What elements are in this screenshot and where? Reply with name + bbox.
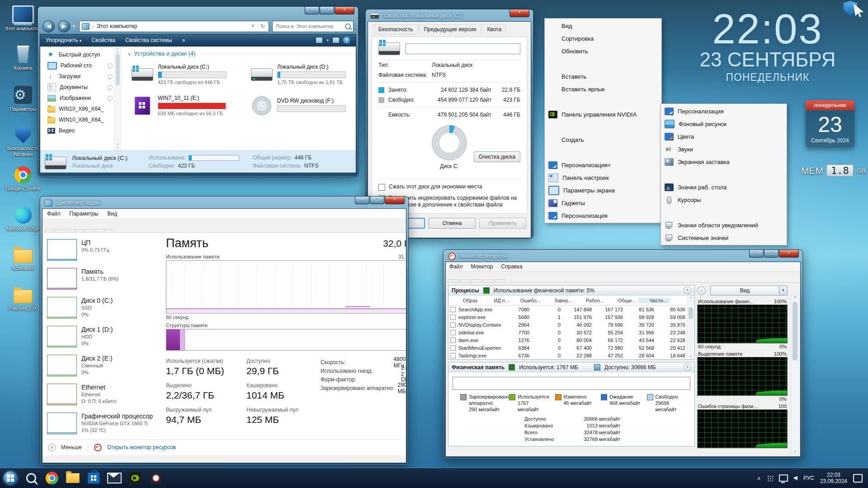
sidebar-item[interactable]: Рабочий сто — [40, 60, 121, 71]
menu-item[interactable]: Фоновый рисунок — [662, 117, 786, 130]
column-header[interactable]: Ошибо... — [512, 298, 543, 303]
tab[interactable] — [471, 279, 482, 282]
search-icon[interactable] — [345, 23, 351, 29]
minimize-button[interactable]: – — [305, 7, 319, 14]
process-table-scrollbar[interactable]: ∧∨ — [687, 296, 694, 359]
menu-item[interactable] — [546, 95, 660, 108]
sidebar-item[interactable]: WIN10_X86_X64_ — [40, 103, 121, 114]
performance-sidebar-item[interactable]: Диск 0 (C:) SSD 0% — [42, 293, 157, 322]
maximize-button[interactable]: ▢ — [764, 250, 778, 258]
calendar-gadget[interactable]: понедельник 23 Сентябрь 2024 — [806, 100, 854, 147]
tab[interactable] — [85, 229, 94, 232]
search-box[interactable] — [272, 21, 354, 32]
view-dropdown[interactable]: Вид ▼ — [710, 286, 788, 296]
menu-item[interactable]: Монитор — [471, 263, 493, 270]
properties-titlebar[interactable]: Свойства: Локальный диск (C:) × — [368, 9, 531, 21]
menu-item[interactable]: Вид — [546, 19, 660, 32]
close-button[interactable]: × — [509, 9, 529, 17]
tab[interactable]: Квота — [482, 24, 506, 34]
process-checkbox[interactable] — [450, 330, 456, 335]
process-checkbox[interactable] — [450, 307, 456, 312]
taskbar-app[interactable] — [42, 468, 62, 488]
view-tiles-icon[interactable] — [316, 37, 323, 43]
scrollbar-thumb[interactable] — [116, 54, 120, 85]
performance-sidebar-item[interactable]: Диск 2 (E:) Сменный 0% — [42, 351, 157, 380]
system-properties-button[interactable]: Свойства системы — [125, 37, 172, 43]
properties-button[interactable]: Свойства — [91, 37, 115, 43]
scroll-up-icon[interactable]: ∧∧ — [115, 47, 121, 54]
process-checkbox[interactable] — [450, 345, 456, 351]
memory-gadget[interactable]: MEM 1.8 GB — [801, 164, 866, 177]
open-resource-monitor-link[interactable]: Открыть монитор ресурсов — [107, 444, 176, 450]
tab[interactable] — [483, 279, 494, 282]
view-dropdown-icon[interactable]: ▾ — [326, 38, 329, 42]
process-checkbox[interactable] — [450, 353, 456, 358]
process-row[interactable]: Taskmgr.exe 6736 0 22 288 47 252 28 604 … — [448, 352, 688, 359]
menu-item[interactable] — [662, 206, 786, 219]
devices-section-header[interactable]: ∨Устройства и диски (4) — [127, 50, 354, 57]
menu-item[interactable]: Системные значки — [662, 231, 786, 244]
disk-cleanup-button[interactable]: Очистка диска — [474, 151, 520, 162]
column-header[interactable]: Частн... — [638, 298, 670, 303]
menu-item[interactable]: Файл — [47, 211, 61, 217]
tab[interactable]: Безопасность — [373, 24, 418, 34]
compress-checkbox-row[interactable]: Сжать этот диск для экономии места — [378, 183, 520, 191]
drive-tile[interactable]: WIN7_10_11 (E:) 638 МБ свободно из 56,3 … — [127, 92, 241, 119]
tray-chevron-icon[interactable]: ∧ — [757, 475, 761, 481]
menu-item[interactable]: Сортировка — [546, 32, 660, 45]
process-row[interactable]: StartMenuExperienceHost.exe 6384 0 67 40… — [448, 344, 688, 352]
compress-checkbox[interactable] — [378, 184, 385, 191]
history-dropdown-icon[interactable]: ▼ — [72, 24, 76, 28]
menu-item[interactable] — [546, 121, 660, 133]
menu-item[interactable] — [662, 168, 786, 181]
drive-tile[interactable]: Локальный диск (D:) 1,75 ТБ свободно из … — [247, 61, 356, 88]
taskbar-app[interactable] — [125, 468, 146, 488]
back-button[interactable]: ◀ — [42, 20, 55, 33]
close-button[interactable]: × — [335, 7, 354, 14]
menu-item[interactable]: Цвета — [662, 130, 786, 143]
volume-icon[interactable] — [794, 476, 797, 480]
tab[interactable]: Предыдущие версии — [419, 24, 481, 34]
drive-tile[interactable]: Локальный диск (C:) 423 ГБ свободно из 4… — [127, 61, 241, 88]
menu-item[interactable]: Вставить ярлык — [546, 83, 660, 95]
collapse-icon[interactable]: ∧ — [684, 363, 691, 371]
sidebar-item[interactable]: Изображени — [40, 93, 121, 103]
performance-sidebar-item[interactable]: Память 1,8/31,7 ГБ (6%) — [42, 264, 157, 293]
column-header[interactable]: Общи... — [607, 298, 638, 303]
tab[interactable] — [95, 229, 104, 232]
menu-item[interactable]: Гаджеты — [546, 197, 660, 209]
expand-icon[interactable]: › — [697, 286, 706, 295]
toolbar-more-button[interactable]: » — [182, 37, 185, 43]
minimize-button[interactable]: – — [749, 250, 764, 258]
sidebar-scrollbar[interactable]: ∧∧ ∨∨ — [114, 47, 121, 150]
menu-item[interactable]: Вставить — [546, 70, 660, 83]
taskbar-app[interactable] — [146, 468, 166, 488]
tab[interactable] — [448, 279, 458, 282]
collapse-icon[interactable]: ∧ — [684, 286, 691, 294]
column-header[interactable]: Образ — [448, 298, 480, 303]
maximize-button[interactable]: ▢ — [320, 7, 334, 14]
menu-item[interactable]: Панель управления NVIDIA — [546, 108, 660, 121]
close-button[interactable]: × — [385, 197, 405, 204]
resource-monitor-titlebar[interactable]: Монитор ресурсов – ▢ × — [445, 250, 801, 262]
menu-item[interactable]: Курсоры — [662, 193, 786, 206]
tab[interactable] — [495, 279, 505, 282]
minimize-button[interactable]: – — [355, 197, 369, 204]
sidebar-item[interactable]: Быстрый доступ — [40, 49, 121, 60]
physical-memory-header[interactable]: Физическая память Используется: 1767 МБ … — [448, 362, 694, 372]
column-header[interactable]: Рабоч... — [575, 298, 607, 303]
desktop-icon[interactable]: Activators — [3, 247, 43, 280]
tab[interactable] — [75, 229, 84, 232]
performance-sidebar-item[interactable]: Ethernet Ethernet О: 0 П: 0 кбит/с — [42, 380, 157, 409]
menu-item[interactable]: Персонализация — [662, 105, 786, 117]
search-input[interactable] — [275, 23, 345, 29]
column-header[interactable]: Завер... — [543, 298, 575, 303]
tab[interactable] — [55, 229, 64, 232]
performance-sidebar-item[interactable]: ЦП 0% 0,73 ГГц — [42, 235, 157, 264]
window-scrollbar[interactable]: ∧∨ — [791, 295, 799, 454]
tab[interactable] — [459, 279, 470, 282]
process-row[interactable]: explorer.exe 5680 1 151 976 157 936 98 9… — [448, 313, 688, 321]
menu-item[interactable]: Персонализация — [546, 209, 660, 222]
less-icon[interactable]: ∨ — [48, 444, 56, 451]
menu-item[interactable]: Справка — [501, 263, 522, 270]
